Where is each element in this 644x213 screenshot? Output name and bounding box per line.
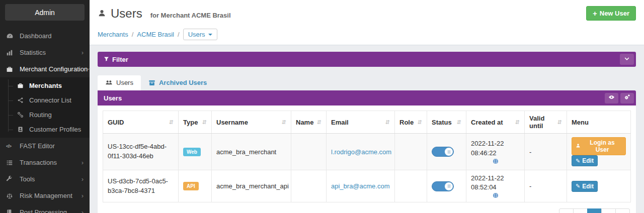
column-header-email[interactable]: Email⇵: [327, 111, 395, 134]
eye-icon: [608, 94, 615, 102]
tab-archived-users-label: Archived Users: [159, 79, 207, 86]
link-icon: [17, 112, 26, 118]
admin-brand-button[interactable]: Admin: [5, 4, 85, 21]
pagination-first-button[interactable]: «: [559, 208, 574, 213]
breadcrumb-merchants-link[interactable]: Merchants: [98, 31, 128, 38]
sidebar-item-statistics[interactable]: Statistics ›: [0, 44, 90, 61]
chevron-right-icon: ›: [82, 176, 84, 182]
sidebar-subitem-merchants[interactable]: Merchants: [0, 78, 90, 93]
sidebar: Admin Dashboard Statistics › Merchant Co…: [0, 0, 90, 213]
edit-button[interactable]: ✎ Edit: [572, 181, 598, 192]
name-cell: [291, 170, 327, 202]
pencil-icon: ✎: [576, 183, 580, 189]
breadcrumb: Merchants / ACME Brasil / Users: [90, 26, 644, 45]
wrench-icon: [6, 176, 16, 182]
status-toggle[interactable]: [432, 147, 454, 157]
code-icon: </>: [6, 144, 16, 149]
email-link[interactable]: l.rodrigo@acme.com: [331, 148, 391, 156]
breadcrumb-separator: /: [178, 31, 180, 38]
created-at-value: 2022-11-22 08:52:04: [471, 174, 504, 191]
status-toggle[interactable]: [432, 181, 454, 191]
chevron-down-icon: [624, 56, 630, 63]
pagination-prev-button[interactable]: ‹: [573, 208, 588, 213]
column-header-username[interactable]: Username⇵: [212, 111, 291, 134]
sidebar-subitem-routing[interactable]: Routing: [0, 108, 90, 122]
guid-cell: US-d3cb-7cd5-0ac5-b3ca-7bc8-4371: [103, 170, 179, 202]
globe-icon: [493, 192, 499, 200]
login-as-user-button[interactable]: Login as User: [572, 137, 626, 155]
breadcrumb-separator: /: [132, 31, 134, 38]
pagination-last-button[interactable]: »: [615, 208, 630, 213]
column-header-guid[interactable]: GUID⇵: [103, 111, 179, 134]
sidebar-item-label: Statistics: [20, 49, 46, 56]
sort-icon[interactable]: ⇵: [455, 119, 461, 126]
gears-icon: [624, 94, 630, 102]
column-header-role[interactable]: Role⇵: [395, 111, 427, 134]
sort-icon[interactable]: ⇵: [200, 119, 207, 126]
sidebar-subitem-label: Merchants: [29, 82, 62, 89]
main-area: Users for Merchant ACME Brasil + New Use…: [90, 0, 644, 213]
sidebar-subitem-customer-profiles[interactable]: Customer Profiles: [0, 122, 90, 137]
funnel-icon: [104, 56, 109, 63]
page-title: Users: [111, 7, 142, 21]
column-header-type[interactable]: Type⇵: [179, 111, 212, 134]
table-footer: Showing 1 to 2 of 2 entries « ‹ 1 › »: [103, 202, 631, 213]
sidebar-subitem-connector-list[interactable]: Connector List: [0, 93, 90, 108]
email-link[interactable]: api_bra@acme.com: [331, 182, 390, 190]
pagination: « ‹ 1 › »: [559, 208, 630, 213]
chevron-down-icon: ›: [86, 68, 92, 70]
sidebar-item-transactions[interactable]: Transactions ›: [0, 154, 90, 171]
new-user-button[interactable]: + New User: [586, 6, 636, 21]
sidebar-item-merchant-configuration[interactable]: Merchant Configuration ›: [0, 61, 90, 77]
dashboard-icon: [6, 32, 16, 40]
filter-title-group: Filter: [104, 56, 128, 63]
breadcrumb-acme-brasil-link[interactable]: ACME Brasil: [137, 31, 174, 38]
book-icon: [6, 209, 16, 213]
filter-collapse-button[interactable]: [620, 54, 634, 65]
email-cell: l.rodrigo@acme.com: [327, 134, 395, 170]
email-cell: api_bra@acme.com: [327, 170, 395, 202]
column-header-name[interactable]: Name⇵: [291, 111, 327, 134]
edit-button[interactable]: ✎ Edit: [572, 155, 598, 166]
column-header-status[interactable]: Status⇵: [427, 111, 466, 134]
sidebar-item-dashboard[interactable]: Dashboard: [0, 28, 90, 44]
tab-users-label: Users: [116, 79, 133, 86]
visibility-button[interactable]: [605, 93, 618, 103]
sidebar-item-fast-editor[interactable]: </> FAST Editor: [0, 138, 90, 154]
sort-icon[interactable]: ⇵: [383, 119, 390, 126]
sidebar-item-label: Dashboard: [20, 32, 52, 40]
content-area: Filter Users Archived Users: [90, 45, 644, 213]
menu-cell: ✎ Edit: [567, 170, 631, 202]
type-cell: Web: [179, 134, 212, 170]
created-at-value: 2022-11-22 08:46:22: [471, 140, 504, 156]
role-cell: [395, 170, 427, 202]
chevron-right-icon: ›: [82, 209, 84, 213]
sidebar-item-risk-management[interactable]: Risk Management ›: [0, 187, 90, 204]
column-header-created-at[interactable]: Created at⇵: [466, 111, 525, 134]
pagination-page-1-button[interactable]: 1: [587, 208, 602, 213]
sort-icon[interactable]: ⇵: [280, 119, 286, 126]
users-group-icon: [105, 79, 113, 86]
sort-icon[interactable]: ⇵: [167, 119, 174, 126]
sidebar-item-tools[interactable]: Tools ›: [0, 171, 90, 187]
sort-icon[interactable]: ⇵: [416, 119, 422, 126]
settings-button[interactable]: [620, 93, 634, 103]
sidebar-item-post-processing[interactable]: Post Processing ›: [0, 204, 90, 213]
breadcrumb-current-label: Users: [188, 31, 205, 38]
bar-chart-icon: [6, 49, 16, 56]
briefcase-icon: [17, 82, 26, 89]
merchant-configuration-submenu: Merchants Connector List Routing Custome…: [0, 77, 90, 138]
pagination-next-button[interactable]: ›: [601, 208, 616, 213]
tab-archived-users[interactable]: Archived Users: [141, 75, 214, 90]
sort-icon[interactable]: ⇵: [315, 119, 321, 126]
page-subtitle: for Merchant ACME Brasil: [150, 12, 231, 19]
breadcrumb-users-dropdown[interactable]: Users: [183, 29, 217, 40]
column-header-valid-until[interactable]: Valid until⇵: [525, 111, 567, 134]
sort-icon[interactable]: ⇵: [555, 119, 562, 126]
users-panel-title: Users: [104, 94, 122, 102]
sort-icon[interactable]: ⇵: [513, 119, 520, 126]
created-at-cell: 2022-11-22 08:46:22: [466, 134, 525, 170]
tab-users[interactable]: Users: [98, 75, 141, 90]
type-badge-api: API: [183, 182, 199, 190]
status-cell: [427, 134, 466, 170]
